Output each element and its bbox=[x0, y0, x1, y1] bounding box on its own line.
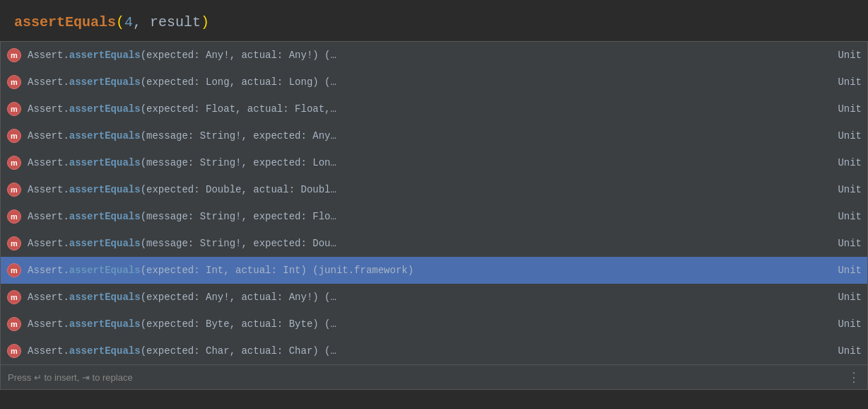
dropdown-item-9[interactable]: mAssert.assertEquals(expected: Int, actu… bbox=[1, 257, 867, 284]
code-param1: 4 bbox=[124, 14, 133, 30]
dropdown-item-5[interactable]: mAssert.assertEquals(message: String!, e… bbox=[1, 149, 867, 176]
return-type-4: Unit bbox=[826, 130, 862, 142]
return-type-12: Unit bbox=[826, 345, 862, 357]
dropdown-item-3[interactable]: mAssert.assertEquals(expected: Float, ac… bbox=[1, 96, 867, 122]
return-type-7: Unit bbox=[826, 211, 862, 222]
item-text-10: Assert.assertEquals(expected: Any!, actu… bbox=[28, 292, 826, 303]
dropdown-item-10[interactable]: mAssert.assertEquals(expected: Any!, act… bbox=[1, 284, 867, 311]
code-line: assertEquals(4, result) bbox=[14, 13, 854, 33]
return-type-2: Unit bbox=[826, 76, 862, 88]
item-text-1: Assert.assertEquals(expected: Any!, actu… bbox=[28, 50, 826, 61]
method-icon-7: m bbox=[6, 209, 22, 224]
open-paren: ( bbox=[116, 14, 124, 30]
more-options-icon[interactable]: ⋮ bbox=[848, 369, 860, 385]
method-icon-12: m bbox=[6, 343, 22, 359]
item-text-7: Assert.assertEquals(message: String!, ex… bbox=[28, 211, 826, 222]
editor-area: assertEquals(4, result) mAssert.assertEq… bbox=[0, 0, 868, 390]
item-text-2: Assert.assertEquals(expected: Long, actu… bbox=[28, 76, 826, 88]
dropdown-item-6[interactable]: mAssert.assertEquals(expected: Double, a… bbox=[1, 176, 867, 203]
return-type-10: Unit bbox=[826, 292, 862, 303]
method-icon-1: m bbox=[6, 47, 22, 63]
status-bar: Press ↵ to insert, ⇥ to replace ⋮ bbox=[1, 364, 867, 389]
return-type-11: Unit bbox=[826, 318, 862, 330]
dropdown-items-container: mAssert.assertEquals(expected: Any!, act… bbox=[1, 42, 867, 364]
return-type-1: Unit bbox=[826, 50, 862, 61]
dropdown-item-4[interactable]: mAssert.assertEquals(message: String!, e… bbox=[1, 122, 867, 149]
return-type-8: Unit bbox=[826, 238, 862, 249]
dropdown-item-7[interactable]: mAssert.assertEquals(message: String!, e… bbox=[1, 203, 867, 230]
dropdown-item-11[interactable]: mAssert.assertEquals(expected: Byte, act… bbox=[1, 311, 867, 338]
method-icon-10: m bbox=[6, 289, 22, 305]
method-icon-6: m bbox=[6, 182, 22, 197]
dropdown-item-2[interactable]: mAssert.assertEquals(expected: Long, act… bbox=[1, 69, 867, 96]
return-type-6: Unit bbox=[826, 184, 862, 195]
item-text-5: Assert.assertEquals(message: String!, ex… bbox=[28, 157, 826, 168]
code-comma: , result bbox=[133, 14, 201, 30]
dropdown-item-8[interactable]: mAssert.assertEquals(message: String!, e… bbox=[1, 230, 867, 257]
item-text-12: Assert.assertEquals(expected: Char, actu… bbox=[28, 345, 826, 357]
method-icon-2: m bbox=[6, 74, 22, 90]
item-text-4: Assert.assertEquals(message: String!, ex… bbox=[28, 130, 826, 142]
method-icon-11: m bbox=[6, 316, 22, 332]
item-text-3: Assert.assertEquals(expected: Float, act… bbox=[28, 103, 826, 115]
autocomplete-dropdown: mAssert.assertEquals(expected: Any!, act… bbox=[0, 41, 868, 390]
item-text-8: Assert.assertEquals(message: String!, ex… bbox=[28, 238, 826, 249]
method-icon-4: m bbox=[6, 128, 22, 144]
dropdown-item-1[interactable]: mAssert.assertEquals(expected: Any!, act… bbox=[1, 42, 867, 69]
method-icon-5: m bbox=[6, 155, 22, 171]
item-text-9: Assert.assertEquals(expected: Int, actua… bbox=[28, 265, 826, 276]
item-text-6: Assert.assertEquals(expected: Double, ac… bbox=[28, 184, 826, 195]
return-type-5: Unit bbox=[826, 157, 862, 168]
method-icon-8: m bbox=[6, 236, 22, 251]
close-paren: ) bbox=[201, 14, 209, 30]
code-assert: assertEquals bbox=[14, 14, 116, 30]
dropdown-item-12[interactable]: mAssert.assertEquals(expected: Char, act… bbox=[1, 338, 867, 364]
return-type-3: Unit bbox=[826, 103, 862, 115]
item-text-11: Assert.assertEquals(expected: Byte, actu… bbox=[28, 318, 826, 330]
method-icon-9: m bbox=[6, 263, 22, 278]
method-icon-3: m bbox=[6, 101, 22, 117]
status-hint-text: Press ↵ to insert, ⇥ to replace bbox=[8, 372, 133, 383]
code-editor: assertEquals(4, result) bbox=[0, 0, 868, 40]
return-type-9: Unit bbox=[826, 265, 862, 276]
